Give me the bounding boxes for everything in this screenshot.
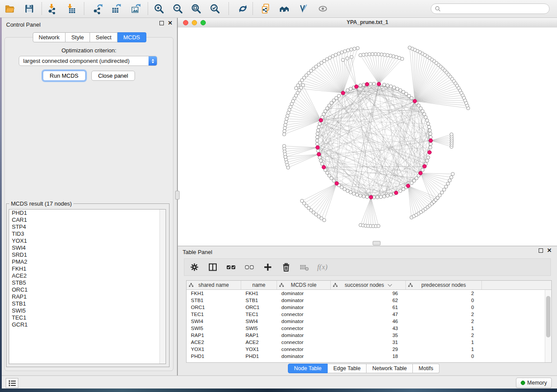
tab-network-table[interactable]: Network Table — [367, 364, 413, 373]
table-cell: PHD1 — [241, 354, 277, 359]
mcds-result-item[interactable]: ACE2 — [9, 272, 166, 279]
mcds-result-item[interactable]: SWI4 — [9, 244, 166, 251]
task-history-button[interactable] — [6, 378, 18, 388]
mcds-result-item[interactable]: PHD1 — [9, 210, 166, 217]
mcds-list-scrollbar[interactable] — [159, 210, 166, 364]
mcds-result-item[interactable]: PMA2 — [9, 258, 166, 265]
mcds-result-item[interactable]: TEC1 — [9, 314, 166, 321]
mcds-result-item[interactable]: CAR1 — [9, 217, 166, 224]
network-browser-icon[interactable] — [278, 2, 291, 15]
table-row[interactable]: FKH1FKH1dominator962 — [187, 290, 551, 297]
column-header-MCDS-role[interactable]: MCDS role — [277, 281, 331, 289]
close-table-panel-icon[interactable]: ✕ — [547, 248, 552, 253]
table-row[interactable]: PHD1PHD1dominator180 — [187, 353, 551, 360]
mcds-result-item[interactable]: RAP1 — [9, 293, 166, 300]
table-cell: TEC1 — [241, 312, 277, 317]
create-column-icon[interactable] — [262, 262, 273, 272]
mcds-result-item[interactable]: STP4 — [9, 224, 166, 230]
mcds-result-item[interactable]: ORC1 — [9, 286, 166, 293]
import-network-icon[interactable] — [45, 2, 59, 15]
close-window-icon[interactable]: ✕ — [168, 21, 173, 25]
tab-node-table[interactable]: Node Table — [288, 364, 328, 373]
export-network-icon[interactable] — [91, 2, 104, 15]
table-row[interactable]: YOX1YOX1connector291 — [187, 346, 551, 353]
tab-motifs[interactable]: Motifs — [413, 364, 439, 373]
float-window-icon[interactable] — [159, 21, 164, 25]
memory-button[interactable]: Memory — [516, 378, 552, 388]
table-row[interactable]: RAP1RAP1dominator352 — [187, 332, 551, 339]
zoom-out-icon[interactable] — [171, 2, 184, 15]
table-cell: SWI5 — [187, 326, 241, 331]
column-header-shared-name[interactable]: shared name — [187, 281, 241, 289]
tab-select[interactable]: Select — [90, 32, 118, 42]
mcds-result-items: PHD1CAR1STP4TID3YOX1SWI4SRD1PMA2FKH1ACE2… — [9, 210, 166, 328]
table-cell: dominator — [277, 333, 331, 338]
table-row[interactable]: STB1STB1dominator620 — [187, 297, 551, 304]
column-header-name[interactable]: name — [241, 281, 277, 289]
close-panel-button[interactable]: Close panel — [91, 71, 135, 81]
table-cell: 2 — [406, 319, 482, 324]
table-cell: SWI4 — [241, 319, 277, 324]
tab-network[interactable]: Network — [32, 32, 66, 42]
show-columns-icon[interactable] — [207, 262, 218, 272]
column-header-predecessor-nodes[interactable]: predecessor nodes — [406, 281, 482, 289]
tab-mcds[interactable]: MCDS — [118, 32, 146, 42]
table-settings-gear-icon[interactable] — [189, 262, 200, 272]
mcds-result-item[interactable]: YOX1 — [9, 237, 166, 244]
toolbar-separator — [228, 2, 229, 15]
select-all-columns-icon[interactable] — [225, 262, 237, 272]
mcds-result-item[interactable]: FKH1 — [9, 265, 166, 272]
network-canvas[interactable] — [178, 28, 557, 246]
mcds-result-item[interactable]: SWI5 — [9, 307, 166, 314]
table-cell: ACE2 — [187, 340, 241, 345]
import-table-icon[interactable] — [64, 2, 77, 15]
horizontal-splitter-handle[interactable] — [373, 241, 381, 245]
mcds-result-item[interactable]: GCR1 — [9, 321, 166, 328]
table-cell: 62 — [331, 298, 406, 303]
tab-style[interactable]: Style — [66, 32, 90, 42]
table-cell: dominator — [277, 298, 331, 303]
vertical-splitter-handle[interactable] — [175, 191, 180, 199]
open-file-icon[interactable] — [3, 2, 17, 15]
search-box[interactable] — [431, 3, 550, 14]
table-row[interactable]: SWI4SWI4dominator462 — [187, 318, 551, 325]
zoom-in-icon[interactable] — [152, 2, 166, 15]
deselect-all-columns-icon[interactable] — [244, 262, 255, 272]
float-table-panel-icon[interactable] — [539, 248, 543, 253]
network-window-titlebar[interactable]: YPA_prune.txt_1 — [178, 18, 557, 28]
clone-network-icon[interactable] — [259, 2, 273, 15]
refresh-layout-icon[interactable] — [236, 2, 249, 15]
table-row[interactable]: ORC1ORC1dominator610 — [187, 304, 551, 311]
table-scrollbar[interactable] — [545, 290, 551, 362]
zoom-fit-icon[interactable] — [190, 2, 203, 15]
vizmapper-icon[interactable] — [297, 2, 310, 15]
run-mcds-button[interactable]: Run MCDS — [43, 71, 86, 81]
node-table: shared namenameMCDS rolesuccessor nodesp… — [186, 280, 552, 363]
table-row[interactable]: ACE2ACE2connector311 — [187, 339, 551, 346]
show-graphics-icon[interactable] — [316, 2, 329, 15]
toolbar-separator — [253, 2, 253, 15]
delete-column-icon[interactable] — [280, 262, 292, 272]
column-header-successor-nodes[interactable]: successor nodes — [331, 281, 406, 289]
table-panel-tabs: Node TableEdge TableNetwork TableMotifs — [288, 364, 439, 373]
table-row[interactable]: TEC1TEC1connector472 — [187, 311, 551, 318]
mcds-result-item[interactable]: TID3 — [9, 230, 166, 237]
export-table-icon[interactable] — [110, 2, 123, 15]
table-row[interactable]: SWI5SWI5connector431 — [187, 325, 551, 332]
mcds-result-item[interactable]: SRD1 — [9, 251, 166, 258]
search-input[interactable] — [443, 5, 549, 12]
mcds-result-item[interactable]: STB1 — [9, 300, 166, 307]
table-cell: FKH1 — [241, 291, 277, 296]
memory-status-icon — [521, 381, 525, 385]
table-cell: connector — [277, 347, 331, 352]
mcds-result-item[interactable]: STB5 — [9, 279, 166, 286]
table-cell: 96 — [331, 291, 406, 296]
table-scrollbar-thumb[interactable] — [546, 296, 550, 337]
mcds-result-list[interactable]: PHD1CAR1STP4TID3YOX1SWI4SRD1PMA2FKH1ACE2… — [9, 209, 166, 364]
export-image-icon[interactable] — [129, 2, 142, 15]
zoom-selected-icon[interactable] — [208, 2, 221, 15]
criterion-dropdown[interactable]: largest connected component (undirected) — [19, 56, 157, 66]
control-panel: Control Panel ✕ NetworkStyleSelectMCDS O… — [2, 18, 177, 375]
tab-edge-table[interactable]: Edge Table — [328, 364, 367, 373]
save-session-icon[interactable] — [23, 2, 36, 15]
